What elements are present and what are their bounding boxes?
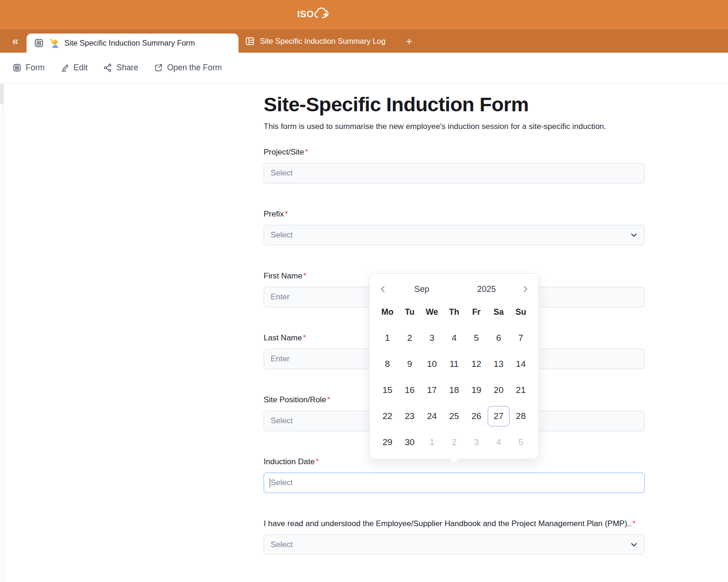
edit-icon bbox=[61, 63, 69, 72]
calendar-grid: 1234567891011121314151617181920212223242… bbox=[376, 328, 532, 453]
calendar-day[interactable]: 9 bbox=[399, 354, 421, 374]
logo-text: ISO bbox=[297, 7, 314, 21]
form-icon bbox=[34, 38, 44, 48]
tab-induction-summary-log[interactable]: Site Specific Induction Summary Log bbox=[238, 29, 393, 53]
app-logo: ISO bbox=[297, 7, 330, 21]
collapse-sidebar-icon[interactable]: « bbox=[7, 33, 23, 49]
page-title: Site-Specific Induction Form bbox=[264, 92, 645, 116]
form-icon bbox=[13, 63, 21, 72]
tab-label: Site Specific Induction Summary Log bbox=[260, 37, 386, 46]
open-form-button[interactable]: Open the Form bbox=[154, 63, 222, 73]
calendar-day[interactable]: 21 bbox=[510, 380, 532, 400]
calendar-day[interactable]: 29 bbox=[376, 432, 399, 453]
calendar-day[interactable]: 2 bbox=[443, 432, 465, 453]
weekday-label: Sa bbox=[488, 307, 510, 317]
calendar-day[interactable]: 8 bbox=[376, 354, 399, 374]
calendar-day[interactable]: 23 bbox=[399, 406, 421, 426]
calendar-day[interactable]: 2 bbox=[399, 328, 421, 348]
scrollbar-thumb[interactable] bbox=[0, 84, 4, 104]
calendar-day[interactable]: 13 bbox=[488, 354, 510, 374]
required-asterisk: * bbox=[303, 333, 306, 342]
calendar-day-today[interactable]: 27 bbox=[488, 406, 510, 426]
chevron-right-icon bbox=[522, 285, 529, 293]
text-cursor bbox=[270, 478, 270, 487]
weekday-label: Su bbox=[510, 307, 532, 317]
calendar-day[interactable]: 12 bbox=[465, 354, 488, 374]
calendar-day[interactable]: 1 bbox=[421, 432, 443, 453]
weekday-label: Mo bbox=[376, 307, 399, 317]
calendar-day[interactable]: 26 bbox=[465, 406, 488, 426]
share-button[interactable]: Share bbox=[103, 63, 138, 73]
calendar-day[interactable]: 6 bbox=[488, 328, 510, 348]
calendar-day[interactable]: 3 bbox=[421, 328, 443, 348]
weekday-label: We bbox=[421, 307, 443, 317]
tab-label: Site Specific Induction Summary Form bbox=[64, 39, 195, 47]
prefix-select[interactable] bbox=[264, 225, 645, 245]
page: ISO « Site Specific bbox=[0, 0, 728, 582]
calendar-day[interactable]: 7 bbox=[510, 328, 532, 348]
required-asterisk: * bbox=[633, 519, 636, 528]
calendar-day[interactable]: 19 bbox=[465, 380, 488, 400]
form-toolbar: Form Edit Share Open the Form bbox=[0, 53, 728, 83]
logo-cloud-plus-icon bbox=[313, 7, 330, 20]
share-label: Share bbox=[116, 63, 138, 73]
form-view-button[interactable]: Form bbox=[13, 63, 45, 73]
edit-label: Edit bbox=[74, 63, 88, 73]
weekday-label: Fr bbox=[465, 307, 488, 317]
calendar-day[interactable]: 4 bbox=[488, 432, 510, 453]
required-asterisk: * bbox=[316, 457, 319, 466]
calendar-day[interactable]: 15 bbox=[376, 380, 399, 400]
project-site-select[interactable] bbox=[264, 163, 645, 183]
calendar-next-button[interactable] bbox=[519, 283, 532, 296]
calendar-year[interactable]: 2025 bbox=[454, 284, 519, 294]
external-link-icon bbox=[154, 63, 163, 72]
left-scroll-rail bbox=[0, 84, 4, 582]
calendar-header: Sep 2025 bbox=[376, 280, 532, 298]
calendar-day[interactable]: 20 bbox=[488, 380, 510, 400]
tab-bar: « Site Specific Induction Summary Form bbox=[0, 29, 728, 53]
field-prefix: Prefix* bbox=[264, 208, 645, 245]
field-label: Prefix* bbox=[264, 208, 645, 220]
calendar-day[interactable]: 1 bbox=[376, 328, 399, 348]
calendar-day[interactable]: 3 bbox=[465, 432, 488, 453]
handbook-acknowledgement-select[interactable] bbox=[264, 535, 645, 555]
weekday-label: Tu bbox=[399, 307, 421, 317]
required-asterisk: * bbox=[285, 210, 288, 218]
calendar-day[interactable]: 10 bbox=[421, 354, 443, 374]
field-label: Project/Site* bbox=[264, 146, 645, 158]
field-label: I have read and understood the Employee/… bbox=[264, 517, 645, 530]
raising-hand-emoji-icon bbox=[49, 38, 59, 48]
calendar-weekday-row: Mo Tu We Th Fr Sa Su bbox=[376, 304, 532, 320]
chevron-left-icon bbox=[379, 285, 387, 293]
required-asterisk: * bbox=[303, 271, 306, 280]
calendar-day[interactable]: 11 bbox=[443, 354, 465, 374]
calendar-day[interactable]: 5 bbox=[465, 328, 488, 348]
calendar-day[interactable]: 14 bbox=[510, 354, 532, 374]
calendar-day[interactable]: 28 bbox=[510, 406, 532, 426]
form-view-label: Form bbox=[26, 63, 45, 73]
field-handbook-acknowledgement: I have read and understood the Employee/… bbox=[264, 517, 645, 555]
field-project-site: Project/Site* bbox=[264, 146, 645, 183]
new-tab-button[interactable]: + bbox=[402, 36, 416, 47]
weekday-label: Th bbox=[443, 307, 465, 317]
calendar-day[interactable]: 5 bbox=[510, 432, 532, 453]
calendar-day[interactable]: 30 bbox=[399, 432, 421, 453]
calendar-day[interactable]: 17 bbox=[421, 380, 443, 400]
calendar-day[interactable]: 18 bbox=[443, 380, 465, 400]
app-header: ISO bbox=[0, 0, 728, 29]
calendar-day[interactable]: 16 bbox=[399, 380, 421, 400]
required-asterisk: * bbox=[327, 395, 330, 404]
calendar-month[interactable]: Sep bbox=[389, 284, 454, 294]
calendar-day[interactable]: 22 bbox=[376, 406, 399, 426]
table-icon bbox=[245, 36, 255, 46]
tab-induction-summary-form[interactable]: Site Specific Induction Summary Form bbox=[27, 34, 238, 53]
share-icon bbox=[103, 63, 112, 72]
induction-date-input[interactable] bbox=[264, 473, 645, 493]
calendar-day[interactable]: 4 bbox=[443, 328, 465, 348]
calendar-day[interactable]: 25 bbox=[443, 406, 465, 426]
open-form-label: Open the Form bbox=[167, 63, 222, 73]
required-asterisk: * bbox=[305, 148, 308, 156]
calendar-day[interactable]: 24 bbox=[421, 406, 443, 426]
calendar-prev-button[interactable] bbox=[376, 283, 389, 296]
edit-button[interactable]: Edit bbox=[61, 63, 88, 73]
